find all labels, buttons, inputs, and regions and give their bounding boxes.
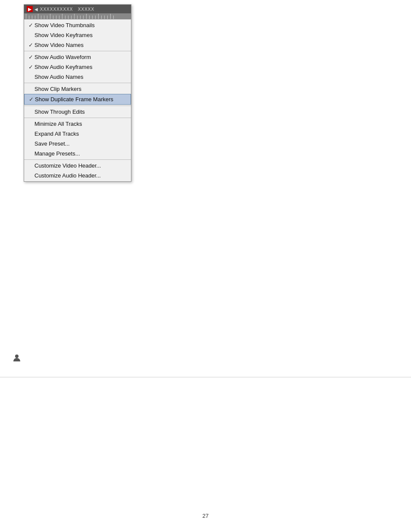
timebar-mark [74,14,75,19]
menu-item-show-audio-names[interactable]: Show Audio Names [24,72,131,82]
menu-section-customize: Customize Video Header... Customize Audi… [24,160,131,181]
divider-line [0,377,411,377]
checkmark-show-audio-waveform: ✓ [27,54,34,60]
label-show-video-thumbnails: Show Video Thumbnails [34,22,128,28]
timebar-mark [53,16,53,19]
label-customize-video-header: Customize Video Header... [34,162,128,169]
menu-timebar [24,13,131,19]
menu-section-edits: Show Through Edits [24,106,131,118]
menu-item-show-audio-waveform[interactable]: ✓ Show Audio Waveform [24,52,131,62]
label-show-audio-names: Show Audio Names [34,74,128,80]
timebar-mark [56,16,56,19]
menu-section-audio: ✓ Show Audio Waveform ✓ Show Audio Keyfr… [24,51,131,83]
menu-item-show-audio-keyframes[interactable]: ✓ Show Audio Keyframes [24,62,131,72]
menu-item-minimize-all-tracks[interactable]: Minimize All Tracks [24,119,131,129]
timebar-mark [68,16,68,19]
menu-header: ▶ ◀ XXXXXXXXXX XXXXX [24,5,131,13]
timebar-mark [77,16,78,19]
menu-item-show-video-thumbnails[interactable]: ✓ Show Video Thumbnails [24,20,131,30]
label-show-audio-waveform: Show Audio Waveform [34,54,128,60]
label-show-video-keyframes: Show Video Keyframes [34,32,128,38]
timebar-mark [44,16,44,19]
menu-item-customize-audio-header[interactable]: Customize Audio Header... [24,171,131,180]
timebar-mark [89,16,90,19]
timebar-mark [47,16,47,19]
menu-item-show-through-edits[interactable]: Show Through Edits [24,107,131,117]
timebar-mark [65,16,65,19]
timebar-mark [104,16,105,19]
page-number: 27 [202,513,209,519]
menu-item-customize-video-header[interactable]: Customize Video Header... [24,161,131,171]
menu-item-manage-presets[interactable]: Manage Presets... [24,149,131,159]
label-show-through-edits: Show Through Edits [34,109,128,115]
timebar-mark [41,16,41,19]
timebar-marks [26,14,114,19]
checkmark-show-duplicate-frame-markers: ✓ [27,96,35,103]
menu-item-show-video-names[interactable]: ✓ Show Video Names [24,40,131,50]
timebar-mark [50,14,50,19]
timebar-mark [98,14,99,19]
timebar-mark [29,16,29,19]
menu-section-video: ✓ Show Video Thumbnails Show Video Keyfr… [24,19,131,51]
timebar-mark [113,16,114,19]
timebar-mark [107,16,108,19]
timebar-mark [92,16,93,19]
label-show-clip-markers: Show Clip Markers [34,86,128,92]
svg-point-0 [15,355,19,358]
label-show-audio-keyframes: Show Audio Keyframes [34,64,128,70]
label-show-duplicate-frame-markers: Show Duplicate Frame Markers [35,96,127,103]
timebar-mark [32,16,32,19]
menu-item-expand-all-tracks[interactable]: Expand All Tracks [24,129,131,139]
menu-section-markers: Show Clip Markers ✓ Show Duplicate Frame… [24,83,131,106]
timebar-mark [35,16,35,19]
label-expand-all-tracks: Expand All Tracks [34,131,128,137]
timebar-mark [38,14,38,19]
menu-item-show-duplicate-frame-markers[interactable]: ✓ Show Duplicate Frame Markers [24,94,131,105]
label-save-preset: Save Preset... [34,140,128,147]
menu-item-save-preset[interactable]: Save Preset... [24,139,131,149]
timebar-mark [62,14,62,19]
label-show-video-names: Show Video Names [34,42,128,48]
timebar-mark [95,16,96,19]
menu-header-icon: ▶ [27,6,33,12]
label-customize-audio-header: Customize Audio Header... [34,172,128,179]
timebar-mark [83,16,84,19]
checkmark-show-video-names: ✓ [27,42,34,48]
timebar-mark [101,16,102,19]
dropdown-menu: ▶ ◀ XXXXXXXXXX XXXXX [24,4,131,182]
timebar-mark [71,16,72,19]
label-minimize-all-tracks: Minimize All Tracks [34,121,128,127]
user-icon [12,353,22,363]
timebar-mark [59,16,59,19]
label-manage-presets: Manage Presets... [34,150,128,157]
menu-header-text: ◀ XXXXXXXXXX XXXXX [34,7,94,12]
timebar-mark [110,14,111,19]
menu-item-show-clip-markers[interactable]: Show Clip Markers [24,84,131,94]
menu-item-show-video-keyframes[interactable]: Show Video Keyframes [24,30,131,40]
menu-section-tracks: Minimize All Tracks Expand All Tracks Sa… [24,118,131,160]
checkmark-show-audio-keyframes: ✓ [27,64,34,70]
checkmark-show-video-thumbnails: ✓ [27,22,34,28]
timebar-mark [26,14,26,19]
timebar-mark [80,16,81,19]
timebar-mark [86,14,87,19]
